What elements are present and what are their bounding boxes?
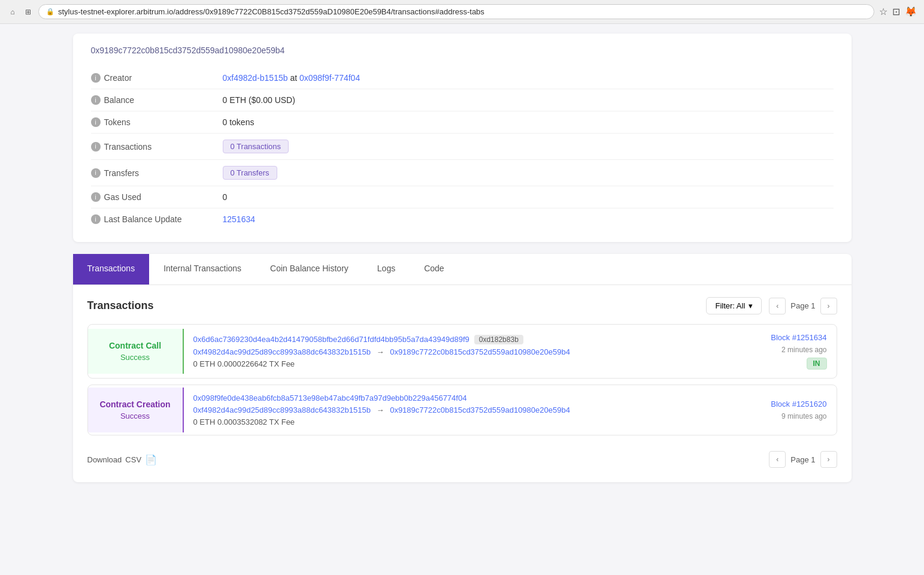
tx-details-2: 0x098f9fe0de438eab6fcb8a5713e98eb47abc49… — [184, 385, 729, 435]
tx-hash-link-1[interactable]: 0x6d6ac7369230d4ea4b2d41479058bfbe2d66d7… — [193, 335, 469, 344]
contract-address[interactable]: 0x9189c7722c0b815cd3752d559ad10980e20e59… — [91, 46, 834, 58]
creator-label: i Creator — [91, 73, 223, 83]
tx-meta-2: Block #1251620 9 minutes ago — [729, 391, 837, 429]
star-icon[interactable]: ☆ — [879, 6, 887, 17]
csv-link[interactable]: CSV — [125, 455, 141, 464]
tab-logs[interactable]: Logs — [363, 254, 410, 285]
tx-fee-1: 0 ETH 0.0000226642 TX Fee — [193, 359, 719, 368]
prev-page-button-bottom[interactable]: ‹ — [769, 451, 786, 468]
tx-type-label-call: Contract Call — [109, 341, 161, 350]
transaction-row-1: Contract Call Success 0x6d6ac7369230d4ea… — [87, 324, 837, 379]
info-icon-transactions: i — [91, 142, 101, 152]
transactions-badge[interactable]: 0 Transactions — [223, 140, 289, 153]
creator-at: at — [290, 73, 297, 83]
creator-address-link[interactable]: 0xf4982d-b1515b — [223, 73, 288, 83]
address-bar[interactable]: 🔒 stylus-testnet-explorer.arbitrum.io/ad… — [38, 4, 874, 19]
csv-file-icon: 📄 — [145, 454, 157, 465]
tx-from-link-2[interactable]: 0xf4982d4ac99d25d89cc8993a88dc643832b151… — [193, 405, 371, 414]
transactions-title: Transactions — [87, 299, 154, 312]
tx-type-label-creation: Contract Creation — [99, 400, 170, 409]
grid-icon[interactable]: ⊞ — [23, 7, 34, 17]
info-icon-gas: i — [91, 192, 101, 202]
lock-icon: 🔒 — [46, 8, 54, 16]
gas-row: i Gas Used 0 — [91, 186, 834, 208]
tx-hash-row-2: 0x098f9fe0de438eab6fcb8a5713e98eb47abc49… — [193, 394, 719, 402]
home-icon[interactable]: ⌂ — [7, 7, 18, 17]
transactions-label: i Transactions — [91, 142, 223, 152]
info-icon-creator: i — [91, 73, 101, 83]
tx-time-1: 2 minutes ago — [781, 346, 826, 354]
gas-value: 0 — [223, 192, 228, 202]
tx-block-link-2[interactable]: Block #1251620 — [771, 400, 826, 408]
gas-label: i Gas Used — [91, 192, 223, 202]
tx-type-badge-creation: Contract Creation Success — [88, 388, 184, 432]
tx-hash-row-1: 0x6d6ac7369230d4ea4b2d41479058bfbe2d66d7… — [193, 335, 719, 344]
tx-to-link-2[interactable]: 0x9189c7722c0b815cd3752d559ad10980e20e59… — [390, 405, 570, 414]
tab-code[interactable]: Code — [410, 254, 458, 285]
pagination-bottom: ‹ Page 1 › — [769, 451, 837, 468]
transactions-value: 0 Transactions — [223, 140, 289, 153]
tab-internal-transactions[interactable]: Internal Transactions — [149, 254, 256, 285]
browser-bar: ⌂ ⊞ 🔒 stylus-testnet-explorer.arbitrum.i… — [0, 0, 924, 24]
pagination-top: ‹ Page 1 › — [769, 298, 837, 314]
last-balance-value: 1251634 — [223, 214, 256, 224]
last-balance-label: i Last Balance Update — [91, 214, 223, 224]
browser-actions: ☆ ⊡ 🦊 — [879, 6, 917, 17]
creator-value: 0xf4982d-b1515b at 0x098f9f-774f04 — [223, 73, 360, 83]
tab-coin-balance-history[interactable]: Coin Balance History — [256, 254, 363, 285]
balance-row: i Balance 0 ETH ($0.00 USD) — [91, 89, 834, 111]
url-text: stylus-testnet-explorer.arbitrum.io/addr… — [58, 7, 484, 16]
tokens-label: i Tokens — [91, 117, 223, 127]
extension-icon[interactable]: ⊡ — [892, 6, 900, 17]
creator-tx-link[interactable]: 0x098f9f-774f04 — [299, 73, 360, 83]
transfers-row: i Transfers 0 Transfers — [91, 160, 834, 186]
page-label-bottom: Page 1 — [790, 455, 815, 464]
tx-meta-1: Block #1251634 2 minutes ago IN — [729, 325, 837, 378]
contract-info-card: 0x9189c7722c0b815cd3752d559ad10980e20e59… — [73, 34, 852, 242]
tx-fee-2: 0 ETH 0.0003532082 TX Fee — [193, 417, 719, 426]
info-icon-last-balance: i — [91, 214, 101, 224]
download-label: Download — [87, 455, 122, 464]
tx-arrow-1: → — [377, 347, 384, 356]
prev-page-button-top[interactable]: ‹ — [769, 298, 786, 314]
tx-hash-link-2[interactable]: 0x098f9fe0de438eab6fcb8a5713e98eb47abc49… — [193, 394, 467, 402]
info-icon-transfers: i — [91, 168, 101, 178]
profile-icon[interactable]: 🦊 — [905, 6, 917, 17]
tabs-header: Transactions Internal Transactions Coin … — [73, 254, 852, 285]
transactions-footer: Download CSV 📄 ‹ Page 1 › — [87, 441, 837, 470]
creator-row: i Creator 0xf4982d-b1515b at 0x098f9f-77… — [91, 67, 834, 89]
page-wrapper: 0x9189c7722c0b815cd3752d559ad10980e20e59… — [61, 24, 864, 492]
balance-value: 0 ETH ($0.00 USD) — [223, 95, 295, 105]
transfers-value: 0 Transfers — [223, 166, 277, 180]
transactions-content: Transactions Filter: All ▾ ‹ Page 1 › — [73, 285, 852, 482]
last-balance-row: i Last Balance Update 1251634 — [91, 208, 834, 230]
filter-label: Filter: All — [715, 301, 745, 310]
header-right: Filter: All ▾ ‹ Page 1 › — [706, 297, 837, 314]
tx-to-link-1[interactable]: 0x9189c7722c0b815cd3752d559ad10980e20e59… — [390, 347, 570, 356]
next-page-button-bottom[interactable]: › — [820, 451, 837, 468]
tabs-section: Transactions Internal Transactions Coin … — [73, 254, 852, 482]
tab-transactions[interactable]: Transactions — [73, 254, 150, 285]
tx-arrow-2: → — [377, 405, 384, 414]
tx-status-call: Success — [120, 353, 150, 362]
transaction-row-2: Contract Creation Success 0x098f9fe0de43… — [87, 385, 837, 435]
last-balance-link[interactable]: 1251634 — [223, 214, 256, 224]
tx-from-link-1[interactable]: 0xf4982d4ac99d25d89cc8993a88dc643832b151… — [193, 347, 371, 356]
tx-address-row-2: 0xf4982d4ac99d25d89cc8993a88dc643832b151… — [193, 405, 719, 414]
info-icon-tokens: i — [91, 117, 101, 127]
transactions-row: i Transactions 0 Transactions — [91, 134, 834, 160]
next-page-button-top[interactable]: › — [820, 298, 837, 314]
tx-block-link-1[interactable]: Block #1251634 — [771, 333, 826, 342]
transactions-header: Transactions Filter: All ▾ ‹ Page 1 › — [87, 297, 837, 314]
transfers-badge[interactable]: 0 Transfers — [223, 166, 277, 180]
tx-status-creation: Success — [120, 411, 150, 420]
download-csv[interactable]: Download CSV 📄 — [87, 454, 157, 465]
tx-time-2: 9 minutes ago — [781, 412, 826, 420]
tx-details-1: 0x6d6ac7369230d4ea4b2d41479058bfbe2d66d7… — [184, 326, 729, 377]
tx-block-badge-1: 0xd182b83b — [474, 335, 523, 344]
tx-address-row-1: 0xf4982d4ac99d25d89cc8993a88dc643832b151… — [193, 347, 719, 356]
in-badge-1: IN — [807, 358, 827, 370]
tokens-value: 0 tokens — [223, 117, 255, 127]
tokens-row: i Tokens 0 tokens — [91, 111, 834, 134]
filter-button[interactable]: Filter: All ▾ — [706, 297, 762, 314]
